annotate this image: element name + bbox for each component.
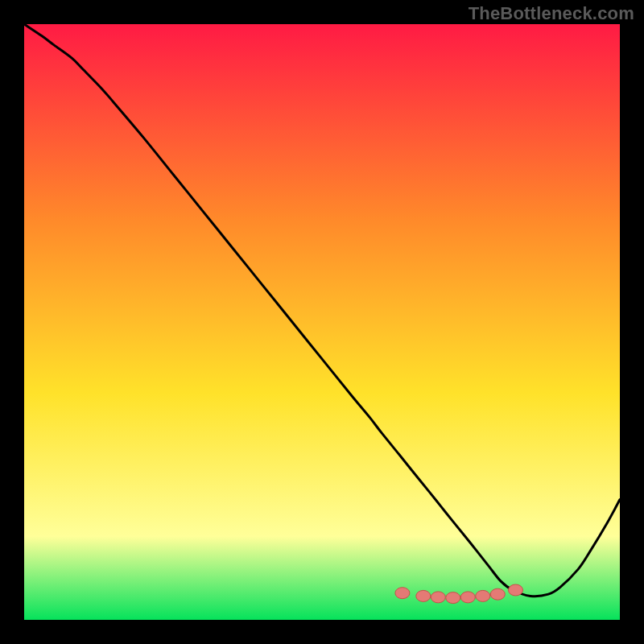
optimal-marker	[431, 592, 445, 603]
bottleneck-curve-chart	[24, 24, 620, 620]
gradient-background	[24, 24, 620, 620]
optimal-marker	[476, 590, 490, 601]
watermark-text: TheBottleneck.com	[469, 3, 634, 24]
chart-frame: TheBottleneck.com	[0, 0, 644, 644]
optimal-marker	[446, 592, 460, 604]
optimal-marker	[460, 592, 475, 603]
optimal-marker	[416, 590, 431, 601]
optimal-marker	[395, 588, 410, 599]
plot-area	[24, 24, 620, 620]
optimal-marker	[490, 588, 505, 600]
optimal-marker	[509, 584, 523, 596]
